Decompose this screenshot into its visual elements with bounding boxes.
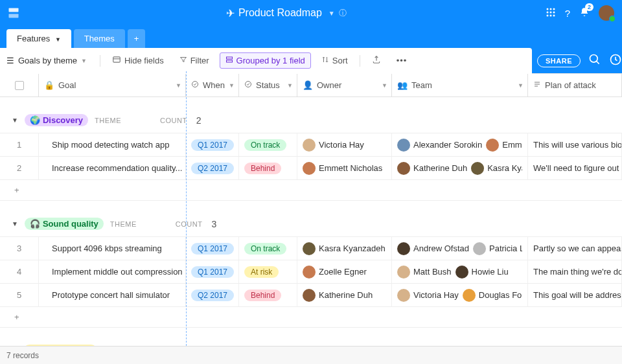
cell-goal[interactable]: Ship mood detecting watch app xyxy=(39,133,186,156)
topbar-right: ? 2 xyxy=(546,5,614,21)
team-member: Victoria Hay xyxy=(397,289,459,302)
notification-icon[interactable]: 2 xyxy=(579,7,590,19)
group-header[interactable]: ▼ 🌍 Discovery THEME COUNT 2 xyxy=(0,108,622,133)
cell-goal[interactable]: Implement middle out compression xyxy=(39,260,186,283)
topbar: ✈ Product Roadmap ▼ ⓘ ? 2 xyxy=(0,0,622,26)
base-title[interactable]: ✈ Product Roadmap ▼ ⓘ xyxy=(27,7,546,19)
status-pill: At risk xyxy=(244,266,279,278)
search-icon[interactable] xyxy=(588,53,601,68)
col-plan-of-attack[interactable]: Plan of attack xyxy=(528,74,622,97)
table-row[interactable]: 4 Implement middle out compression Q1 20… xyxy=(0,260,622,284)
cell-plan[interactable]: The main thing we're do xyxy=(528,260,622,283)
cell-plan[interactable]: This goal will be address xyxy=(528,284,622,306)
cell-team[interactable]: Alexander SorokinEmmet xyxy=(392,133,528,156)
avatar-icon xyxy=(486,139,499,152)
chevron-down-icon: ▼ xyxy=(518,82,524,89)
tab-features[interactable]: Features ▼ xyxy=(6,29,71,48)
cell-owner[interactable]: Victoria Hay xyxy=(297,133,392,156)
more-button[interactable]: ••• xyxy=(391,53,413,68)
avatar-icon xyxy=(397,139,410,152)
avatar-icon xyxy=(397,266,410,279)
count-label: COUNT xyxy=(176,220,203,228)
triangle-down-icon[interactable]: ▼ xyxy=(12,220,18,227)
filter-button[interactable]: Filter xyxy=(174,53,214,68)
cell-team[interactable]: Andrew OfstadPatricia Li xyxy=(392,237,528,260)
lock-icon: 🔒 xyxy=(44,80,54,90)
col-status[interactable]: Status ▼ xyxy=(239,74,297,97)
view-switcher[interactable]: ☰ Goals by theme ▼ xyxy=(6,56,87,65)
row-number: 2 xyxy=(0,157,39,179)
cell-owner[interactable]: Zoelle Egner xyxy=(297,260,392,283)
cell-status[interactable]: At risk xyxy=(239,260,297,283)
cell-when[interactable]: Q2 2017 xyxy=(186,157,239,179)
cell-status[interactable]: On track xyxy=(239,237,297,260)
group-name: Sound quality xyxy=(43,219,98,229)
cell-goal[interactable]: Increase recommendation quality... xyxy=(39,157,186,179)
team-member: Howie Liu xyxy=(455,266,509,279)
share-button[interactable]: SHARE xyxy=(537,54,581,67)
add-row-button[interactable]: + xyxy=(0,180,622,201)
person-icon: 👤 xyxy=(303,80,313,90)
cell-status[interactable]: Behind xyxy=(239,157,297,179)
cell-when[interactable]: Q2 2017 xyxy=(186,284,239,306)
cell-team[interactable]: Matt BushHowie Liu xyxy=(392,260,528,283)
owner: Emmett Nicholas xyxy=(303,162,382,175)
team-member: Andrew Ofstad xyxy=(397,242,469,255)
avatar-icon xyxy=(473,242,486,255)
cell-owner[interactable]: Emmett Nicholas xyxy=(297,157,392,179)
cell-goal[interactable]: Prototype concert hall simulator xyxy=(39,284,186,306)
export-button[interactable] xyxy=(367,52,386,69)
row-number: 3 xyxy=(0,237,39,260)
cell-plan[interactable]: We'll need to figure out t xyxy=(528,157,622,179)
cell-when[interactable]: Q1 2017 xyxy=(186,260,239,283)
add-row-button[interactable]: + xyxy=(0,307,622,328)
svg-rect-13 xyxy=(226,57,232,59)
cell-owner[interactable]: Katherine Duh xyxy=(297,284,392,306)
avatar-icon xyxy=(463,289,476,302)
cell-when[interactable]: Q1 2017 xyxy=(186,133,239,156)
select-all[interactable] xyxy=(0,74,39,97)
apps-icon[interactable] xyxy=(546,7,556,19)
user-avatar[interactable] xyxy=(599,5,614,21)
svg-rect-0 xyxy=(9,8,19,12)
cell-owner[interactable]: Kasra Kyanzadeh xyxy=(297,237,392,260)
app-logo-icon[interactable] xyxy=(8,7,19,19)
status-pill: On track xyxy=(244,139,286,151)
cell-plan[interactable]: Partly so we can appeas xyxy=(528,237,622,260)
table-row[interactable]: 5 Prototype concert hall simulator Q2 20… xyxy=(0,284,622,307)
svg-point-9 xyxy=(549,14,551,16)
add-tab-button[interactable]: + xyxy=(128,29,146,48)
chevron-down-icon: ▼ xyxy=(328,10,335,17)
col-team[interactable]: 👥 Team ▼ xyxy=(392,74,528,97)
cell-when[interactable]: Q1 2017 xyxy=(186,237,239,260)
cell-status[interactable]: Behind xyxy=(239,284,297,306)
hide-fields-button[interactable]: Hide fields xyxy=(107,52,169,69)
chevron-down-icon: ▼ xyxy=(176,82,181,89)
group-button[interactable]: Grouped by 1 field xyxy=(220,52,311,69)
col-goal[interactable]: 🔒 Goal ▼ xyxy=(39,74,186,97)
table-row[interactable]: 3 Support 4096 kbps streaming Q1 2017 On… xyxy=(0,237,622,260)
col-owner[interactable]: 👤 Owner ▼ xyxy=(297,74,392,97)
cell-status[interactable]: On track xyxy=(239,133,297,156)
team-member: Douglas Fors xyxy=(463,289,522,302)
footer: 7 records xyxy=(0,346,622,364)
svg-line-16 xyxy=(597,62,599,64)
cell-goal[interactable]: Support 4096 kbps streaming xyxy=(39,237,186,260)
when-pill: Q2 2017 xyxy=(191,290,234,301)
table-row[interactable]: 1 Ship mood detecting watch app Q1 2017 … xyxy=(0,133,622,157)
help-icon[interactable]: ? xyxy=(565,8,570,19)
triangle-down-icon[interactable]: ▼ xyxy=(12,117,18,124)
col-when[interactable]: When ▼ xyxy=(186,74,239,97)
sort-button[interactable]: Sort xyxy=(316,53,353,68)
cell-team[interactable]: Katherine DuhKasra Kyan xyxy=(392,157,528,179)
tab-themes[interactable]: Themes xyxy=(74,29,125,48)
info-icon[interactable]: ⓘ xyxy=(339,8,347,19)
cell-plan[interactable]: This will use various bior xyxy=(528,133,622,156)
tab-bar: Features ▼ Themes + xyxy=(0,26,622,48)
group-header[interactable]: ▼ 🎧 Sound quality THEME COUNT 3 xyxy=(0,211,622,237)
cell-team[interactable]: Victoria HayDouglas Fors xyxy=(392,284,528,306)
when-pill: Q1 2017 xyxy=(191,139,234,151)
table-row[interactable]: 2 Increase recommendation quality... Q2 … xyxy=(0,157,622,180)
history-icon[interactable] xyxy=(609,53,622,68)
select-icon xyxy=(244,80,252,90)
